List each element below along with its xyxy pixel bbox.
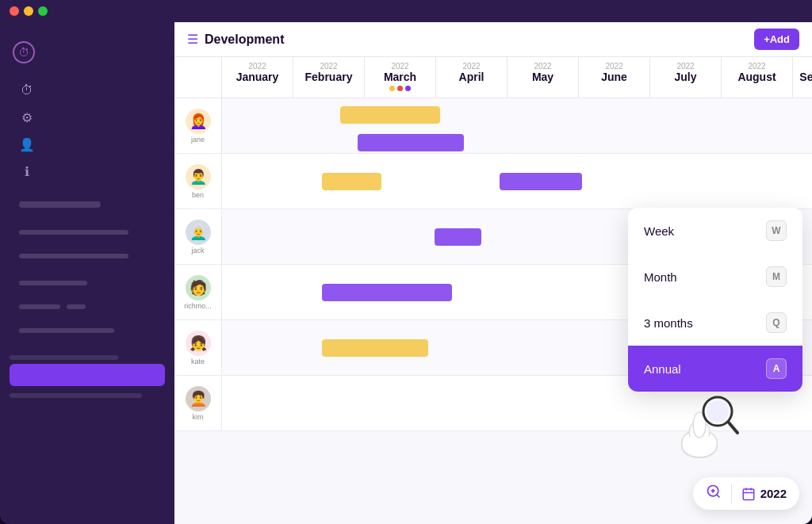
month-august: 2022 August [722,57,793,98]
month-september: 2022 September [793,57,812,98]
sidebar-items [0,352,174,401]
avatar-ben: 👨‍🦱 [186,164,211,189]
dropdown-shortcut-month: M [766,266,787,287]
task-jane-2[interactable] [358,134,464,151]
month-may: 2022 May [508,57,579,98]
avatar-name-kate: kate [191,358,205,365]
sidebar-item-1[interactable] [10,355,118,360]
sidebar-icon-clock[interactable]: ⏱ [16,79,38,101]
toolbar-year: 2022 [741,487,787,501]
dropdown-shortcut-week: W [766,220,787,241]
dropdown-label-3months: 3 months [644,316,693,330]
avatar-cell-kate: 👧 kate [174,320,222,375]
bottom-toolbar: 2022 [693,477,799,510]
dropdown-item-3months[interactable]: 3 months Q [628,300,802,346]
avatar-cell-jack: 👨‍🦳 jack [174,209,222,264]
avatar-name-kim: kim [193,413,204,421]
view-dropdown: Week W Month M 3 months Q Annual A [628,208,802,392]
sidebar-icon-gear[interactable]: ⚙ [16,106,38,128]
task-ben-2[interactable] [500,173,582,190]
sidebar-icon-user[interactable]: 👤 [16,133,38,155]
dropdown-shortcut-3months: Q [766,312,787,333]
avatar-jack: 👨‍🦳 [186,220,211,245]
month-july: 2022 July [650,57,722,98]
task-kate-1[interactable] [322,339,428,357]
calendar-icon [741,487,756,501]
avatar-richmond: 🧑 [186,275,211,300]
avatar-cell-ben: 👨‍🦱 ben [174,154,222,208]
year-label: 2022 [760,487,787,500]
month-june: 2022 June [579,57,650,98]
sidebar-item-development[interactable] [10,364,165,386]
chrome-minimize[interactable] [24,6,33,16]
track-jane [222,98,812,153]
task-jack-1[interactable] [435,228,482,246]
window-chrome [0,0,812,22]
task-jane-1[interactable] [340,106,440,124]
dropdown-label-annual: Annual [644,362,681,376]
sidebar-label-1 [19,201,101,208]
svg-line-6 [717,495,720,498]
sidebar: ⏱ ⏱ ⚙ 👤 ℹ [0,0,174,524]
track-ben [222,154,812,208]
avatar-name-richmond: richmo... [184,302,212,310]
timeline-row-ben: 👨‍🦱 ben [174,154,812,209]
sidebar-icon-info[interactable]: ℹ [16,160,38,182]
dropdown-label-month: Month [644,270,677,284]
sidebar-label-3 [19,254,128,258]
sidebar-label-6 [67,304,86,309]
timeline-row-jane: 👩‍🦰 jane [174,98,812,154]
add-button[interactable]: +Add [754,29,799,50]
task-richmond-1[interactable] [322,284,452,301]
avatar-cell-jane: 👩‍🦰 jane [174,98,222,153]
avatar-jane: 👩‍🦰 [186,109,211,134]
chrome-close[interactable] [10,6,19,16]
sidebar-label-7 [19,328,114,333]
dropdown-item-annual[interactable]: Annual A [628,346,802,392]
sidebar-logo: ⏱ [10,35,165,70]
header: ☰ Development +Add [174,22,812,57]
task-ben-1[interactable] [322,173,381,190]
sidebar-item-3[interactable] [10,393,142,398]
sidebar-label-5 [19,304,60,309]
dropdown-label-week: Week [644,224,674,238]
sidebar-nav-icons: ⏱ ⚙ 👤 ℹ [10,79,165,182]
page-title: Development [205,33,284,47]
avatar-cell-richmond: 🧑 richmo... [174,265,222,319]
sidebar-top: ⏱ ⏱ ⚙ 👤 ℹ [0,22,174,352]
sidebar-label-4 [19,281,87,285]
app-logo-icon: ⏱ [13,41,35,63]
avatar-cell-kim: 🧑‍🦱 kim [174,376,222,430]
header-menu-icon: ☰ [187,32,198,47]
main-content: ☰ Development +Add 2022 January 2022 Feb… [174,0,812,524]
dropdown-item-month[interactable]: Month M [628,254,802,300]
avatar-name-ben: ben [192,191,204,199]
timeline-container: 2022 January 2022 February 2022 March [174,57,812,524]
zoom-button[interactable] [706,484,722,503]
svg-rect-9 [743,489,754,500]
avatar-kate: 👧 [186,331,211,356]
month-january: 2022 January [222,57,293,98]
toolbar-divider [731,484,732,503]
avatar-name-jane: jane [191,136,205,143]
month-march: 2022 March [365,57,436,98]
sidebar-label-2 [19,230,128,235]
month-february: 2022 February [293,57,365,98]
chrome-maximize[interactable] [38,6,48,16]
avatar-name-jack: jack [191,247,204,254]
dropdown-item-week[interactable]: Week W [628,208,802,254]
month-april: 2022 April [436,57,508,98]
avatar-kim: 🧑‍🦱 [186,386,211,411]
dropdown-shortcut-annual: A [766,358,787,379]
